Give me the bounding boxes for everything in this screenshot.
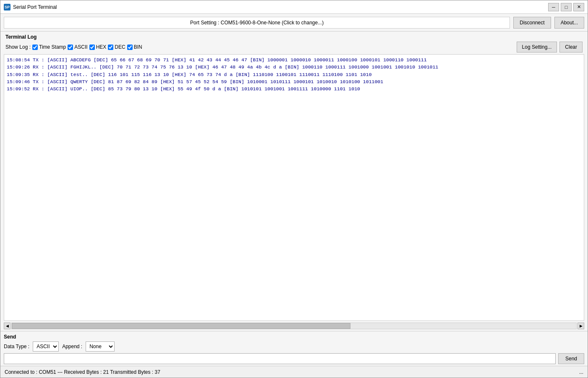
app-icon: SP xyxy=(4,4,10,10)
disconnect-button[interactable]: Disconnect xyxy=(513,17,551,29)
status-bar: Connected to : COM51 --- Received Bytes … xyxy=(0,366,588,378)
data-type-label: Data Type : xyxy=(4,344,29,349)
log-line: 15:09:52 RX : [ASCII] UIOP.. [DEC] 85 73… xyxy=(7,85,581,92)
status-right: ... xyxy=(579,369,583,375)
terminal-section: Terminal Log Show Log : Time Stamp ASCII… xyxy=(0,32,588,331)
log-line: 15:09:26 RX : [ASCII] FGHIJKL.. [DEC] 70… xyxy=(7,63,581,71)
bin-checkbox[interactable] xyxy=(127,45,133,50)
window-title: Serial Port Terminal xyxy=(13,4,57,10)
data-type-select[interactable]: ASCII HEX DEC BIN xyxy=(33,341,59,352)
show-log-label: Show Log : xyxy=(5,44,31,50)
scroll-right-arrow[interactable]: ▶ xyxy=(578,323,584,329)
dec-checkbox-label[interactable]: DEC xyxy=(108,44,125,50)
title-bar-left: SP Serial Port Terminal xyxy=(4,4,57,10)
timestamp-checkbox[interactable] xyxy=(32,45,38,50)
log-setting-button[interactable]: Log Setting... xyxy=(517,42,557,52)
send-section: Send Data Type : ASCII HEX DEC BIN Appen… xyxy=(0,331,588,366)
scroll-thumb[interactable] xyxy=(12,323,350,329)
maximize-button[interactable]: □ xyxy=(561,3,572,11)
about-button[interactable]: About... xyxy=(554,17,584,29)
scroll-track[interactable] xyxy=(11,323,577,329)
ascii-checkbox[interactable] xyxy=(68,45,73,50)
main-window: SP Serial Port Terminal ─ □ ✕ Port Setti… xyxy=(0,0,588,378)
send-title: Send xyxy=(4,334,584,340)
append-label: Append : xyxy=(62,344,82,349)
hex-label: HEX xyxy=(96,44,107,50)
log-line: 15:09:46 TX : [ASCII] QWERTY [DEC] 81 87… xyxy=(7,78,581,85)
dec-label: DEC xyxy=(115,44,125,50)
send-input[interactable] xyxy=(4,353,556,364)
log-line: 15:09:35 RX : [ASCII] test.. [DEC] 116 1… xyxy=(7,71,581,78)
hex-checkbox[interactable] xyxy=(89,45,95,50)
status-text: Connected to : COM51 --- Received Bytes … xyxy=(5,369,160,375)
clear-button[interactable]: Clear xyxy=(559,42,583,52)
bin-label: BIN xyxy=(134,44,142,50)
ascii-label: ASCII xyxy=(74,44,87,50)
port-bar: Port Setting : COM51-9600-8-One-None (Cl… xyxy=(0,14,588,32)
timestamp-label: Time Stamp xyxy=(39,44,66,50)
send-button[interactable]: Send xyxy=(558,353,584,364)
scroll-left-arrow[interactable]: ◀ xyxy=(4,323,10,329)
log-controls-right: Log Setting... Clear xyxy=(517,42,583,52)
port-setting-label[interactable]: Port Setting : COM51-9600-8-One-None (Cl… xyxy=(4,17,510,29)
dec-checkbox[interactable] xyxy=(108,45,113,50)
horizontal-scrollbar[interactable]: ◀ ▶ xyxy=(4,322,584,330)
terminal-log-title: Terminal Log xyxy=(5,34,37,40)
bin-checkbox-label[interactable]: BIN xyxy=(127,44,142,50)
terminal-header: Terminal Log xyxy=(0,32,588,42)
hex-checkbox-label[interactable]: HEX xyxy=(89,44,107,50)
append-select[interactable]: None CR LF CR+LF xyxy=(86,341,115,352)
send-controls-row: Data Type : ASCII HEX DEC BIN Append : N… xyxy=(4,341,584,352)
ascii-checkbox-label[interactable]: ASCII xyxy=(68,44,87,50)
close-button[interactable]: ✕ xyxy=(573,3,584,11)
log-line: 15:08:54 TX : [ASCII] ABCDEFG [DEC] 65 6… xyxy=(7,56,581,63)
send-input-row: Send xyxy=(4,353,584,364)
timestamp-checkbox-label[interactable]: Time Stamp xyxy=(32,44,66,50)
title-bar: SP Serial Port Terminal ─ □ ✕ xyxy=(0,0,588,14)
minimize-button[interactable]: ─ xyxy=(548,3,559,11)
terminal-log[interactable]: 15:08:54 TX : [ASCII] ABCDEFG [DEC] 65 6… xyxy=(4,54,584,321)
log-controls: Show Log : Time Stamp ASCII HEX DEC BIN xyxy=(0,42,588,54)
title-bar-controls: ─ □ ✕ xyxy=(548,3,584,11)
